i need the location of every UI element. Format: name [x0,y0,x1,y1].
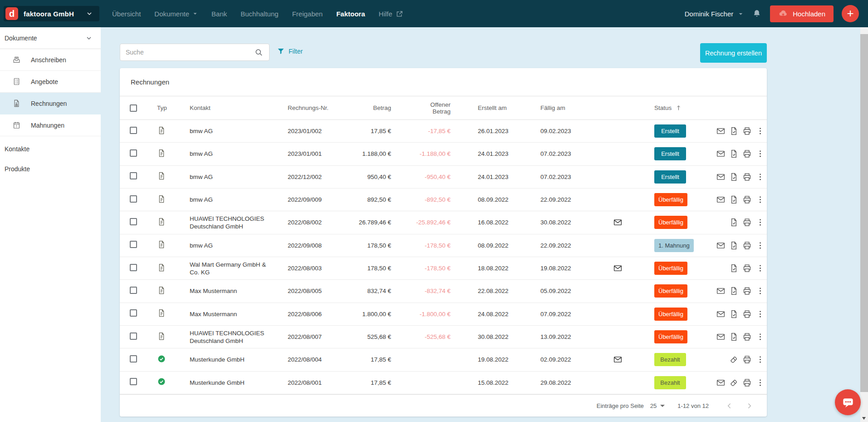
row-menu-icon[interactable] [754,309,767,319]
row-menu-icon[interactable] [754,286,767,296]
send-mail-icon[interactable] [714,195,727,205]
row-checkbox[interactable] [130,241,137,248]
print-icon[interactable] [740,195,754,205]
table-row[interactable]: bmw AG 2022/09/009 892,50 € -892,50 € 08… [120,189,767,211]
row-menu-icon[interactable] [754,332,767,342]
row-menu-icon[interactable] [754,172,767,182]
document-check-icon[interactable] [727,195,740,205]
sidebar-item-rechnungen[interactable]: Rechnungen [0,93,101,114]
table-row[interactable]: Wal Mart Germany GmbH & Co. KG 2022/08/0… [120,257,767,280]
sidebar-section-dokumente[interactable]: Dokumente [0,27,101,49]
sidebar-item-angebote[interactable]: Angebote [0,71,101,93]
table-row[interactable]: Max Mustermann 2022/08/005 832,74 € -832… [120,280,767,303]
nav-item-bank[interactable]: Bank [211,10,227,18]
document-check-icon[interactable] [727,149,740,159]
print-icon[interactable] [740,263,754,273]
send-mail-icon[interactable] [714,126,727,136]
sidebar-link-kontakte[interactable]: Kontakte [0,139,101,159]
print-icon[interactable] [740,240,754,250]
row-checkbox[interactable] [130,149,137,157]
row-checkbox[interactable] [130,287,137,294]
print-icon[interactable] [740,286,754,296]
table-row[interactable]: HUAWEI TECHNOLOGIES Deutschland GmbH 202… [120,326,767,348]
sidebar-item-mahnungen[interactable]: Mahnungen [0,114,101,136]
create-invoice-button[interactable]: Rechnung erstellen [700,43,767,63]
row-checkbox[interactable] [130,264,137,271]
search-input[interactable] [126,49,254,56]
col-erstellt-am[interactable]: Erstellt am [457,104,539,111]
document-check-icon[interactable] [727,286,740,296]
row-menu-icon[interactable] [754,149,767,159]
print-icon[interactable] [740,149,754,159]
document-check-icon[interactable] [727,263,740,273]
upload-button[interactable]: Hochladen [770,5,834,22]
nav-item-hilfe[interactable]: Hilfe [379,10,403,18]
print-icon[interactable] [740,172,754,182]
row-menu-icon[interactable] [754,240,767,250]
row-checkbox[interactable] [130,333,137,340]
document-check-icon[interactable] [727,332,740,342]
print-icon[interactable] [740,218,754,228]
row-checkbox[interactable] [130,309,137,317]
send-mail-icon[interactable] [714,309,727,319]
table-row[interactable]: Musterkunde GmbH 2022/08/001 17,85 € 15.… [120,372,767,394]
search-icon[interactable] [254,48,264,57]
col-status[interactable]: Status [635,104,714,111]
chat-widget-button[interactable] [835,389,861,415]
send-mail-icon[interactable] [714,149,727,159]
col-faellig-am[interactable]: Fällig am [539,104,601,111]
row-checkbox[interactable] [130,355,137,362]
vertical-scrollbar[interactable] [860,27,868,422]
row-menu-icon[interactable] [754,355,767,365]
notifications-bell-icon[interactable] [752,9,762,19]
select-all-checkbox[interactable] [130,104,137,112]
row-checkbox[interactable] [130,195,137,203]
per-page-select[interactable]: 25 [650,402,665,409]
send-mail-icon[interactable] [714,377,727,387]
next-page-icon[interactable] [742,399,756,412]
col-kontakt[interactable]: Kontakt [177,104,286,111]
previous-page-icon[interactable] [722,399,736,412]
nav-item-faktoora[interactable]: Faktoora [336,10,365,18]
table-row[interactable]: Musterkunde GmbH 2022/08/004 17,85 € 19.… [120,348,767,371]
document-check-icon[interactable] [727,218,740,228]
table-row[interactable]: HUAWEI TECHNOLOGIES Deutschland GmbH 202… [120,211,767,234]
document-check-icon[interactable] [727,240,740,250]
row-checkbox[interactable] [130,172,137,179]
row-checkbox[interactable] [130,218,137,225]
nav-item-freigaben[interactable]: Freigaben [292,10,323,18]
table-row[interactable]: bmw AG 2023/01/001 1.188,00 € -1.188,00 … [120,143,767,165]
print-icon[interactable] [740,355,754,365]
nav-item-dokumente[interactable]: Dokumente [154,10,198,18]
send-mail-icon[interactable] [714,286,727,296]
row-menu-icon[interactable] [754,263,767,273]
row-menu-icon[interactable] [754,126,767,136]
send-mail-icon[interactable] [714,240,727,250]
col-typ[interactable]: Typ [145,104,177,111]
send-mail-icon[interactable] [714,172,727,182]
col-offener-betrag[interactable]: Offener Betrag [397,101,457,115]
print-icon[interactable] [740,309,754,319]
sidebar-link-produkte[interactable]: Produkte [0,159,101,179]
document-check-icon[interactable] [727,309,740,319]
print-icon[interactable] [740,332,754,342]
col-betrag[interactable]: Betrag [342,104,397,111]
nav-item-buchhaltung[interactable]: Buchhaltung [240,10,278,18]
scrollbar-down-arrow[interactable] [862,417,866,420]
add-new-button[interactable]: + [842,5,859,22]
company-selector[interactable]: d faktoora GmbH [4,6,99,21]
row-menu-icon[interactable] [754,377,767,387]
sidebar-item-anschreiben[interactable]: Anschreiben [0,49,101,71]
table-row[interactable]: bmw AG 2023/01/002 17,85 € -17,85 € 26.0… [120,120,767,143]
table-row[interactable]: bmw AG 2022/12/002 950,40 € -950,40 € 24… [120,166,767,189]
row-checkbox[interactable] [130,378,137,385]
row-checkbox[interactable] [130,127,137,134]
table-row[interactable]: Max Mustermann 2022/08/006 1.800,00 € -1… [120,303,767,326]
cancel-invoice-icon[interactable] [727,377,740,387]
col-rechnungs-nr[interactable]: Rechnungs-Nr. [286,104,342,111]
filter-button[interactable]: Filter [277,47,303,55]
document-check-icon[interactable] [727,172,740,182]
scrollbar-thumb[interactable] [860,34,868,392]
row-menu-icon[interactable] [754,195,767,205]
document-check-icon[interactable] [727,126,740,136]
